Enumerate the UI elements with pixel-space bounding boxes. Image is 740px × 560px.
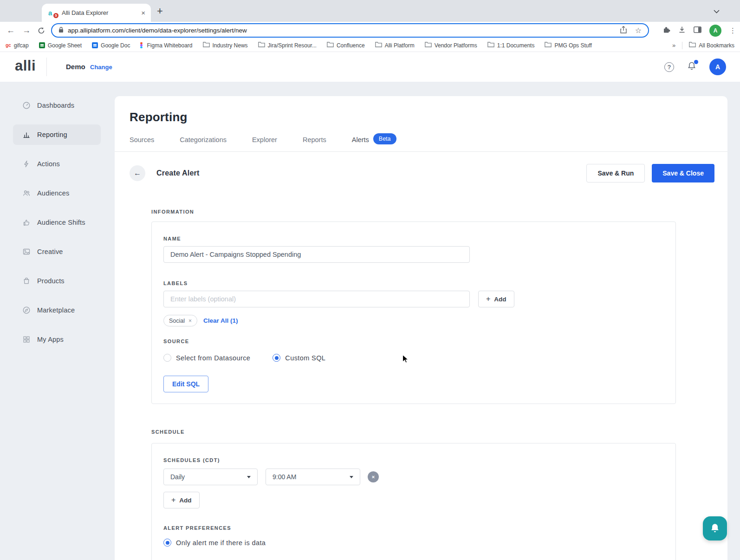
help-icon[interactable]: ?	[664, 62, 674, 72]
clear-all-link[interactable]: Clear All (1)	[203, 317, 238, 324]
folder-icon	[327, 42, 334, 49]
radio-only-alert-if-data[interactable]	[163, 539, 171, 547]
lock-icon	[58, 26, 64, 35]
back-icon[interactable]: ←	[4, 22, 18, 39]
sidebar-item-actions[interactable]: Actions	[13, 154, 101, 174]
frequency-select[interactable]: Daily	[163, 469, 258, 485]
lightning-icon	[22, 160, 31, 168]
downloads-icon[interactable]	[678, 26, 686, 35]
page-title: Reporting	[115, 96, 727, 124]
folder-icon	[487, 42, 494, 49]
radio-custom-sql[interactable]	[273, 354, 280, 362]
tab-reports[interactable]: Reports	[303, 135, 326, 151]
chevron-down-icon	[350, 476, 353, 478]
time-select[interactable]: 9:00 AM	[266, 469, 360, 485]
bell-icon	[709, 522, 721, 534]
save-and-run-button[interactable]: Save & Run	[586, 164, 645, 182]
sidebar-item-marketplace[interactable]: Marketplace	[13, 300, 101, 320]
radio-label-only-alert[interactable]: Only alert me if there is data	[176, 539, 266, 547]
side-panel-icon[interactable]	[694, 26, 701, 35]
tab-close-icon[interactable]: ×	[141, 9, 145, 16]
remove-schedule-button[interactable]: ×	[368, 471, 379, 482]
apps-grid-icon	[22, 335, 31, 344]
change-client-link[interactable]: Change	[90, 64, 112, 71]
bookmark-folder-alli-platform[interactable]: Alli Platform	[375, 42, 415, 49]
favicon-badge: 5	[53, 13, 58, 18]
bar-chart-icon	[22, 130, 31, 139]
bookmark-folder-11-documents[interactable]: 1:1 Documents	[487, 42, 535, 49]
back-button[interactable]: ←	[130, 165, 145, 181]
bookmark-figma[interactable]: Figma Whiteboard	[140, 42, 192, 49]
sidebar-item-products[interactable]: Products	[13, 271, 101, 291]
extensions-icon[interactable]	[663, 26, 670, 35]
tab-explorer[interactable]: Explorer	[252, 135, 277, 151]
bookmark-folder-vendor-platforms[interactable]: Vendor Platforms	[425, 42, 477, 49]
url-text[interactable]: app.alliplatform.com/client/demo/data-ex…	[68, 27, 620, 34]
bookmarks-bar: gc gifcap Google Sheet Google Doc Figma …	[0, 39, 740, 52]
plus-icon: +	[486, 295, 490, 303]
source-label: SOURCE	[163, 339, 664, 344]
sidebar-item-creative[interactable]: Creative	[13, 241, 101, 262]
bookmark-folder-confluence[interactable]: Confluence	[327, 42, 365, 49]
figma-icon	[140, 42, 144, 48]
forward-icon[interactable]: →	[19, 22, 33, 39]
folder-icon	[258, 42, 265, 49]
bookmarks-overflow-chevron[interactable]: »	[672, 42, 675, 49]
image-icon	[22, 247, 31, 256]
bookmark-google-sheet[interactable]: Google Sheet	[39, 42, 82, 49]
tab-alerts[interactable]: Alerts Beta	[352, 135, 396, 151]
tab-categorizations[interactable]: Categorizations	[180, 135, 227, 151]
sidebar-item-audience-shifts[interactable]: Audience Shifts	[13, 212, 101, 233]
radio-label-custom-sql[interactable]: Custom SQL	[285, 354, 325, 362]
tab-search-chevron-icon[interactable]	[714, 7, 720, 15]
alert-name-input[interactable]	[163, 246, 470, 263]
address-bar[interactable]: app.alliplatform.com/client/demo/data-ex…	[51, 23, 649, 38]
schedules-cdt-label: SCHEDULES (CDT)	[163, 457, 664, 463]
browser-profile-avatar[interactable]: A	[709, 25, 721, 37]
app-body: Dashboards Reporting Actions Audiences A…	[0, 82, 740, 560]
google-doc-icon	[92, 42, 98, 48]
share-icon[interactable]	[620, 26, 627, 35]
browser-menu-icon[interactable]: ⋮	[729, 26, 736, 35]
radio-select-from-datasource[interactable]	[163, 354, 171, 362]
folder-icon	[689, 42, 696, 49]
sidebar-item-reporting[interactable]: Reporting	[13, 124, 101, 145]
bookmark-star-icon[interactable]: ☆	[635, 26, 642, 35]
bookmark-folder-jira[interactable]: Jira/Sprint Resour...	[258, 42, 317, 49]
notifications-widget-button[interactable]	[703, 516, 727, 540]
new-tab-button[interactable]: +	[157, 5, 163, 17]
reload-icon[interactable]	[34, 22, 48, 39]
chip-remove-icon[interactable]: ×	[188, 318, 192, 324]
reporting-tabs: Sources Categorizations Explorer Reports…	[115, 135, 727, 152]
bookmark-folder-pmg-ops[interactable]: PMG Ops Stuff	[545, 42, 591, 49]
sidebar-item-my-apps[interactable]: My Apps	[13, 329, 101, 350]
add-schedule-button[interactable]: + Add	[163, 492, 200, 508]
sidebar-item-dashboards[interactable]: Dashboards	[13, 95, 101, 116]
save-and-close-button[interactable]: Save & Close	[652, 164, 714, 182]
people-icon	[22, 189, 31, 197]
bookmark-folder-industry-news[interactable]: Industry News	[203, 42, 248, 49]
header-divider	[46, 58, 47, 76]
thumbs-up-icon	[22, 218, 31, 227]
tab-sources[interactable]: Sources	[130, 135, 154, 151]
label-chip-social[interactable]: Social ×	[163, 315, 197, 326]
information-panel: NAME LABELS + Add Social × Clear All (1)	[151, 221, 676, 404]
bag-icon	[22, 277, 31, 285]
client-name: Demo	[66, 63, 85, 71]
all-bookmarks[interactable]: All Bookmarks	[689, 42, 734, 49]
bookmark-gifcap[interactable]: gc gifcap	[6, 42, 29, 49]
labels-label: LABELS	[163, 280, 664, 286]
app-header: alli Demo Change ? A	[0, 52, 740, 82]
plus-icon: +	[171, 496, 175, 504]
user-avatar[interactable]: A	[709, 59, 726, 75]
alli-logo[interactable]: alli	[15, 58, 36, 74]
edit-sql-button[interactable]: Edit SQL	[163, 376, 208, 392]
notifications-bell-icon[interactable]	[687, 61, 696, 73]
browser-tab[interactable]: a 5 Alli Data Explorer ×	[42, 4, 151, 22]
bookmark-google-doc[interactable]: Google Doc	[92, 42, 130, 49]
add-label-button[interactable]: + Add	[478, 291, 514, 307]
sidebar-item-audiences[interactable]: Audiences	[13, 183, 101, 203]
labels-input[interactable]	[163, 291, 470, 307]
radio-label-datasource[interactable]: Select from Datasource	[176, 354, 250, 362]
tab-title: Alli Data Explorer	[62, 9, 141, 16]
